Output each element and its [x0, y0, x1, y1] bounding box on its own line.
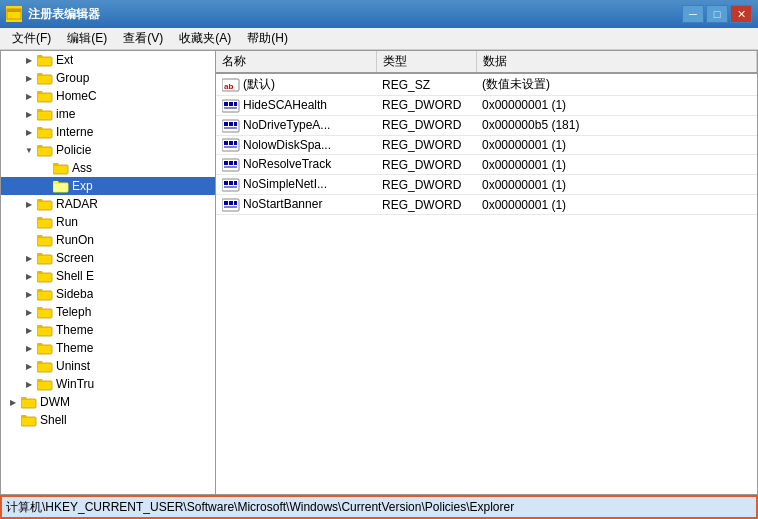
reg-name-cell: NoSimpleNetI...	[216, 175, 376, 195]
svg-rect-11	[37, 219, 52, 228]
svg-rect-48	[234, 181, 237, 185]
svg-rect-28	[234, 102, 237, 106]
tree-label: RADAR	[56, 197, 98, 211]
menu-item-收[interactable]: 收藏夹(A)	[171, 28, 239, 49]
svg-rect-9	[53, 183, 68, 192]
tree-item-runon[interactable]: RunOn	[1, 231, 215, 249]
folder-icon	[37, 125, 53, 139]
menu-item-帮[interactable]: 帮助(H)	[239, 28, 296, 49]
reg-type-cell: REG_DWORD	[376, 115, 476, 135]
svg-rect-51	[224, 201, 228, 205]
svg-rect-8	[53, 165, 68, 174]
tree-arrow: ▶	[5, 394, 21, 410]
svg-rect-15	[37, 291, 52, 300]
folder-icon	[37, 233, 53, 247]
table-row[interactable]: HideSCAHealthREG_DWORD0x00000001 (1)	[216, 96, 757, 116]
tree-arrow	[37, 160, 53, 176]
tree-item-policie[interactable]: ▼ Policie	[1, 141, 215, 159]
svg-rect-5	[37, 111, 52, 120]
folder-icon	[37, 197, 53, 211]
reg-data-cell: 0x00000001 (1)	[476, 175, 757, 195]
folder-icon	[37, 143, 53, 157]
menu-item-查[interactable]: 查看(V)	[115, 28, 171, 49]
col-name: 名称	[216, 51, 376, 73]
tree-item-run[interactable]: Run	[1, 213, 215, 231]
reg-dword-icon	[222, 197, 243, 211]
tree-item-sideba[interactable]: ▶ Sideba	[1, 285, 215, 303]
tree-label: Theme	[56, 323, 93, 337]
status-bar: 计算机\HKEY_CURRENT_USER\Software\Microsoft…	[0, 495, 758, 519]
tree-arrow	[5, 412, 21, 428]
reg-data-cell: 0x00000001 (1)	[476, 155, 757, 175]
tree-item-uninst[interactable]: ▶ Uninst	[1, 357, 215, 375]
tree-item-shell[interactable]: Shell	[1, 411, 215, 429]
tree-item-screen[interactable]: ▶ Screen	[1, 249, 215, 267]
reg-name: NolowDiskSpa...	[243, 138, 331, 152]
svg-rect-36	[224, 141, 228, 145]
svg-rect-18	[37, 345, 52, 354]
tree-label: Uninst	[56, 359, 90, 373]
menu-item-编[interactable]: 编辑(E)	[59, 28, 115, 49]
reg-name-cell: NoResolveTrack	[216, 155, 376, 175]
menu-item-文[interactable]: 文件(F)	[4, 28, 59, 49]
title-bar: 注册表编辑器 ─ □ ✕	[0, 0, 758, 28]
tree-item-radar[interactable]: ▶ RADAR	[1, 195, 215, 213]
tree-label: Group	[56, 71, 89, 85]
svg-rect-13	[37, 255, 52, 264]
svg-rect-41	[224, 161, 228, 165]
reg-data-cell: (数值未设置)	[476, 73, 757, 96]
tree-item-group[interactable]: ▶ Group	[1, 69, 215, 87]
tree-item-theme1[interactable]: ▶ Theme	[1, 321, 215, 339]
tree-scroll[interactable]: ▶ Ext▶ Group▶ HomeC▶ ime▶ Interne▼ Polic…	[1, 51, 215, 494]
reg-name: HideSCAHealth	[243, 98, 327, 112]
tree-item-teleph[interactable]: ▶ Teleph	[1, 303, 215, 321]
reg-data-cell: 0x00000001 (1)	[476, 195, 757, 215]
svg-rect-42	[229, 161, 233, 165]
tree-label: Exp	[72, 179, 93, 193]
svg-text:ab: ab	[224, 82, 233, 91]
reg-type-cell: REG_DWORD	[376, 175, 476, 195]
table-row[interactable]: NoSimpleNetI...REG_DWORD0x00000001 (1)	[216, 175, 757, 195]
tree-arrow: ▼	[21, 142, 37, 158]
svg-rect-32	[229, 122, 233, 126]
maximize-button[interactable]: □	[706, 5, 728, 23]
tree-label: RunOn	[56, 233, 94, 247]
tree-arrow: ▶	[21, 322, 37, 338]
svg-rect-21	[21, 399, 36, 408]
svg-rect-52	[229, 201, 233, 205]
svg-rect-19	[37, 363, 52, 372]
registry-scroll[interactable]: 名称 类型 数据 ab (默认)REG_SZ(数值未设置) HideSCAHea…	[216, 51, 757, 494]
svg-rect-27	[229, 102, 233, 106]
tree-label: WinTru	[56, 377, 94, 391]
tree-item-exp[interactable]: Exp	[1, 177, 215, 195]
tree-item-theme2[interactable]: ▶ Theme	[1, 339, 215, 357]
tree-item-wintru[interactable]: ▶ WinTru	[1, 375, 215, 393]
tree-item-shell_e[interactable]: ▶ Shell E	[1, 267, 215, 285]
tree-item-interne[interactable]: ▶ Interne	[1, 123, 215, 141]
tree-item-ime[interactable]: ▶ ime	[1, 105, 215, 123]
table-row[interactable]: NoDriveTypeA...REG_DWORD0x000000b5 (181)	[216, 115, 757, 135]
tree-arrow: ▶	[21, 196, 37, 212]
reg-dword-icon	[222, 157, 243, 171]
tree-arrow: ▶	[21, 52, 37, 68]
table-row[interactable]: NoStartBannerREG_DWORD0x00000001 (1)	[216, 195, 757, 215]
tree-label: ime	[56, 107, 75, 121]
reg-name: NoSimpleNetI...	[243, 177, 327, 191]
tree-item-ext[interactable]: ▶ Ext	[1, 51, 215, 69]
tree-item-homec[interactable]: ▶ HomeC	[1, 87, 215, 105]
table-row[interactable]: NolowDiskSpa...REG_DWORD0x00000001 (1)	[216, 135, 757, 155]
close-button[interactable]: ✕	[730, 5, 752, 23]
svg-rect-7	[37, 147, 52, 156]
table-row[interactable]: ab (默认)REG_SZ(数值未设置)	[216, 73, 757, 96]
folder-icon	[37, 287, 53, 301]
window-title: 注册表编辑器	[28, 6, 682, 23]
svg-rect-17	[37, 327, 52, 336]
tree-item-dwm[interactable]: ▶ DWM	[1, 393, 215, 411]
reg-type-cell: REG_DWORD	[376, 96, 476, 116]
tree-label: Teleph	[56, 305, 91, 319]
table-row[interactable]: NoResolveTrackREG_DWORD0x00000001 (1)	[216, 155, 757, 175]
tree-panel: ▶ Ext▶ Group▶ HomeC▶ ime▶ Interne▼ Polic…	[1, 51, 216, 494]
minimize-button[interactable]: ─	[682, 5, 704, 23]
reg-data-cell: 0x00000001 (1)	[476, 96, 757, 116]
tree-item-ass[interactable]: Ass	[1, 159, 215, 177]
